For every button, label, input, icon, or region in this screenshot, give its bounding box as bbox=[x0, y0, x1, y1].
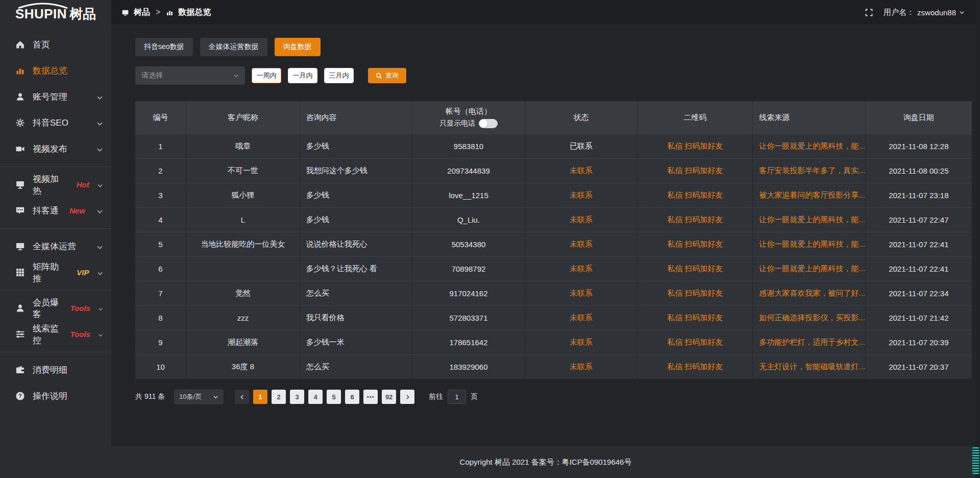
sidebar-item-label: 视频发布 bbox=[33, 143, 67, 155]
cell-content: 多少钱？让我死心 看 bbox=[300, 257, 412, 281]
cell-nickname: 觉然 bbox=[186, 281, 300, 305]
sidebar-item-12[interactable]: ? 操作说明 bbox=[0, 383, 111, 409]
qr-links[interactable]: 私信 扫码加好友 bbox=[638, 183, 753, 207]
cell-status: 未联系 bbox=[525, 355, 638, 379]
sidebar-item-6[interactable]: 抖客通 New bbox=[0, 198, 111, 224]
scrollbar-track[interactable] bbox=[976, 0, 980, 478]
cell-nickname: L bbox=[186, 208, 300, 232]
period-button-1[interactable]: 一月内 bbox=[288, 68, 317, 83]
chevron-down-icon bbox=[97, 269, 103, 276]
cell-nickname: 当地比较能吃的一位美女 bbox=[186, 232, 300, 256]
source-link[interactable]: 多功能护栏灯，适用于乡村文... bbox=[753, 330, 865, 354]
prev-page-button[interactable] bbox=[235, 390, 249, 404]
breadcrumb-home[interactable]: 树品 bbox=[134, 7, 150, 18]
page-button-3[interactable]: 3 bbox=[290, 390, 304, 404]
sidebar-divider bbox=[0, 228, 111, 229]
source-link[interactable]: 让你一眼就爱上的黑科技，能... bbox=[753, 257, 865, 281]
sidebar-item-11[interactable]: 消费明细 bbox=[0, 357, 111, 383]
source-link[interactable]: 让你一眼就爱上的黑科技，能... bbox=[753, 134, 865, 158]
pagination: 共 911 条 10条/页 123456•••92 前往 1 页 bbox=[135, 389, 972, 404]
cell-no: 7 bbox=[135, 281, 186, 305]
page-button-6[interactable]: 6 bbox=[345, 390, 359, 404]
search-button[interactable]: 查询 bbox=[368, 68, 406, 83]
user-menu[interactable]: 用户名：zswodun88 bbox=[884, 8, 965, 17]
qr-links[interactable]: 私信 扫码加好友 bbox=[638, 281, 753, 305]
sidebar-item-2[interactable]: 账号管理 bbox=[0, 84, 111, 110]
page-size-select[interactable]: 10条/页 bbox=[174, 389, 224, 404]
source-link[interactable]: 如何正确选择投影仪，买投影... bbox=[753, 306, 865, 330]
source-link[interactable]: 让你一眼就爱上的黑科技，能... bbox=[753, 232, 865, 256]
phone-only-toggle[interactable] bbox=[479, 119, 498, 128]
sidebar-item-label: 数据总览 bbox=[33, 65, 67, 77]
chevron-down-icon bbox=[213, 394, 218, 400]
sidebar-item-8[interactable]: 矩阵助推 VIP bbox=[0, 259, 111, 285]
column-header-status: 状态 bbox=[525, 101, 638, 134]
page-unit-label: 页 bbox=[471, 392, 478, 401]
qr-links[interactable]: 私信 扫码加好友 bbox=[638, 257, 753, 281]
user-area: 用户名：zswodun88 bbox=[865, 8, 965, 17]
cell-content: 怎么买 bbox=[300, 355, 412, 379]
chevron-down-icon bbox=[96, 207, 103, 214]
account-select[interactable]: 请选择 bbox=[135, 66, 245, 85]
sidebar-item-1[interactable]: 数据总览 bbox=[0, 58, 111, 84]
tab-0[interactable]: 抖音seo数据 bbox=[135, 38, 193, 56]
sidebar-item-4[interactable]: 视频发布 bbox=[0, 136, 111, 162]
cell-date: 2021-11-08 12:28 bbox=[866, 134, 972, 158]
qr-links[interactable]: 私信 扫码加好友 bbox=[638, 355, 753, 379]
sidebar-item-10[interactable]: 线索监控 Tools bbox=[0, 321, 111, 347]
logo[interactable]: SHUPIN 树品 bbox=[0, 0, 111, 28]
phone-only-label: 只显示电话 bbox=[439, 119, 475, 128]
qr-links[interactable]: 私信 扫码加好友 bbox=[638, 306, 753, 330]
source-link[interactable]: 被大家追着问的客厅投影分享... bbox=[753, 183, 865, 207]
cell-status: 未联系 bbox=[525, 232, 638, 256]
source-link[interactable]: 让你一眼就爱上的黑科技，能... bbox=[753, 208, 865, 232]
corner-widget[interactable] bbox=[972, 447, 979, 474]
topbar: 树品 > 数据总览 用户名：zswodun88 bbox=[111, 0, 980, 25]
sidebar-item-9[interactable]: 会员爆客 Tools bbox=[0, 295, 111, 321]
column-header-source: 线索来源 bbox=[753, 101, 865, 134]
source-link[interactable]: 客厅安装投影半年多了，真实... bbox=[753, 159, 865, 183]
page-button-4[interactable]: 4 bbox=[308, 390, 323, 404]
page-button-2[interactable]: 2 bbox=[272, 390, 286, 404]
qr-links[interactable]: 私信 扫码加好友 bbox=[638, 330, 753, 354]
table-row: 7 觉然 怎么买 917024162 未联系 私信 扫码加好友 感谢大家喜欢我家… bbox=[135, 281, 972, 305]
breadcrumb-current[interactable]: 数据总览 bbox=[178, 7, 211, 18]
table-row: 1 哦章 多少钱 9583810 已联系 私信 扫码加好友 让你一眼就爱上的黑科… bbox=[135, 134, 972, 158]
source-link[interactable]: 感谢大家喜欢我家，被问了好... bbox=[753, 281, 865, 305]
sidebar-item-5[interactable]: 视频加热 Hot bbox=[0, 172, 111, 198]
qr-links[interactable]: 私信 扫码加好友 bbox=[638, 134, 753, 158]
content: 抖音seo数据全媒体运营数据询盘数据 请选择 一周内一月内三月内 查询 编号 客… bbox=[111, 25, 980, 446]
cell-status: 未联系 bbox=[525, 208, 638, 232]
column-header-account: 帐号（电话） 只显示电话 bbox=[412, 101, 525, 134]
period-button-0[interactable]: 一周内 bbox=[252, 68, 281, 83]
tab-1[interactable]: 全媒体运营数据 bbox=[200, 38, 267, 56]
cell-date: 2021-11-07 22:34 bbox=[866, 281, 972, 305]
period-button-2[interactable]: 三月内 bbox=[324, 68, 354, 83]
goto-page-input[interactable]: 1 bbox=[448, 390, 466, 404]
source-link[interactable]: 无主灯设计，智能磁吸轨道灯... bbox=[753, 355, 865, 379]
fullscreen-icon[interactable] bbox=[865, 8, 873, 17]
sidebar-item-7[interactable]: 全媒体运营 bbox=[0, 233, 111, 259]
app-root: SHUPIN 树品 首页 数据总览 账号管理 抖音SEO 视频发布 视频加热 H… bbox=[0, 0, 980, 478]
qr-links[interactable]: 私信 扫码加好友 bbox=[638, 159, 753, 183]
sidebar-item-3[interactable]: 抖音SEO bbox=[0, 110, 111, 136]
cell-status: 未联系 bbox=[525, 183, 638, 207]
monitor-icon bbox=[15, 242, 25, 251]
page-ellipsis[interactable]: ••• bbox=[363, 390, 378, 404]
cell-content: 我只看价格 bbox=[300, 306, 412, 330]
sidebar-item-label: 线索监控 bbox=[33, 323, 60, 346]
cell-content: 多少钱 bbox=[300, 183, 412, 207]
sidebar-item-0[interactable]: 首页 bbox=[0, 32, 111, 58]
next-page-button[interactable] bbox=[400, 390, 414, 404]
cell-no: 10 bbox=[135, 355, 186, 379]
page-button-1[interactable]: 1 bbox=[253, 390, 267, 404]
chat-icon bbox=[15, 206, 25, 216]
cell-status: 未联系 bbox=[525, 159, 638, 183]
qr-links[interactable]: 私信 扫码加好友 bbox=[638, 232, 753, 256]
page-button-92[interactable]: 92 bbox=[382, 390, 396, 404]
qr-links[interactable]: 私信 扫码加好友 bbox=[638, 208, 753, 232]
page-button-5[interactable]: 5 bbox=[327, 390, 341, 404]
cell-content: 多少钱一米 bbox=[300, 330, 412, 354]
tab-2[interactable]: 询盘数据 bbox=[275, 38, 321, 56]
page-size-value: 10条/页 bbox=[179, 392, 202, 401]
